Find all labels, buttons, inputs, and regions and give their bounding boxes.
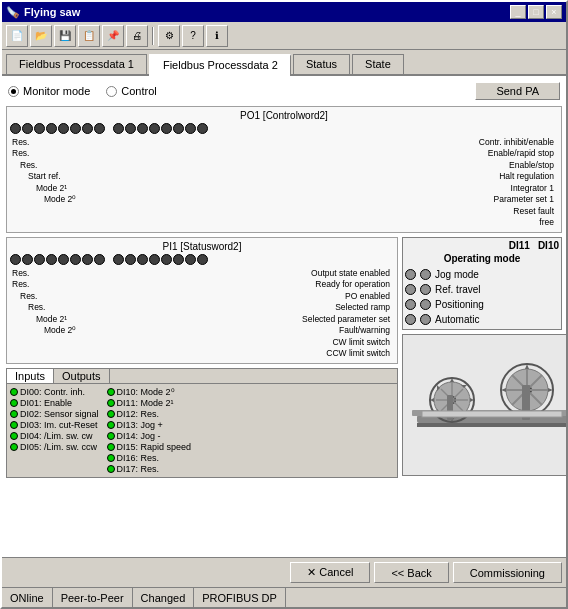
pi1-section: PI1 [Statusword2] [6, 237, 398, 364]
back-button[interactable]: << Back [374, 562, 448, 583]
svg-rect-31 [422, 411, 562, 417]
operating-mode-box: DI11 DI10 Operating mode Jog mode Ref. t… [402, 237, 562, 330]
info-button[interactable]: ℹ [206, 25, 228, 47]
control-mode-label: Control [121, 85, 156, 97]
po1-right-labels: Contr. inhibit/enable Enable/rapid stop … [130, 137, 558, 229]
po1-bit1 [185, 123, 196, 134]
tab-bar: Fieldbus Processdata 1 Fieldbus Processd… [2, 50, 566, 76]
pi1-bit6 [125, 254, 136, 265]
print-button[interactable]: 🖨 [126, 25, 148, 47]
po1-bit0 [197, 123, 208, 134]
po1-bit8 [94, 123, 105, 134]
toolbar: 📄 📂 💾 📋 📌 🖨 ⚙ ? ℹ [2, 22, 566, 50]
pi1-bit11 [58, 254, 69, 265]
machine-image [402, 334, 566, 476]
toolbar-separator [152, 27, 154, 45]
di13-led [107, 421, 115, 429]
di00-led [10, 388, 18, 396]
monitor-mode-radio[interactable]: Monitor mode [8, 85, 90, 97]
operating-mode-title: Operating mode [405, 253, 559, 264]
pos-di11 [405, 299, 416, 310]
io-item-di12: DI12: Res. [107, 409, 192, 419]
maximize-button[interactable]: □ [528, 5, 544, 19]
di11-header: DI11 [509, 240, 530, 251]
mode-row-jog: Jog mode [405, 267, 559, 282]
send-pa-button[interactable]: Send PA [475, 82, 560, 100]
io-item-di02: DI02: Sensor signal [10, 409, 99, 419]
pi1-bit3 [161, 254, 172, 265]
commissioning-button[interactable]: Commissioning [453, 562, 562, 583]
copy-button[interactable]: 📋 [78, 25, 100, 47]
tab-fieldbus1[interactable]: Fieldbus Processdata 1 [6, 54, 147, 74]
di12-led [107, 410, 115, 418]
po1-title: PO1 [Controlword2] [10, 110, 558, 121]
right-panel: DI11 DI10 Operating mode Jog mode Ref. t… [402, 237, 562, 553]
minimize-button[interactable]: _ [510, 5, 526, 19]
mode-row-pos: Positioning [405, 297, 559, 312]
pi1-right-labels: Output state enabled Ready for operation… [130, 268, 394, 360]
status-online: ONline [2, 588, 53, 607]
po1-bit11 [58, 123, 69, 134]
inputs-tab[interactable]: Inputs [7, 369, 54, 383]
save-button[interactable]: 💾 [54, 25, 76, 47]
svg-rect-1 [417, 423, 566, 427]
jog-di11 [405, 269, 416, 280]
pos-di10 [420, 299, 431, 310]
control-mode-radio[interactable]: Control [106, 85, 156, 97]
status-bar: ONline Peer-to-Peer Changed PROFIBUS DP [2, 587, 566, 607]
po1-bit7 [113, 123, 124, 134]
po1-bit3 [161, 123, 172, 134]
pi1-bit5 [137, 254, 148, 265]
io-item-di14: DI14: Jog - [107, 431, 192, 441]
di14-led [107, 432, 115, 440]
io-item-di13: DI13: Jog + [107, 420, 192, 430]
title-bar-buttons: _ □ × [510, 5, 562, 19]
pi1-bit10 [70, 254, 81, 265]
cancel-button[interactable]: ✕ Cancel [290, 562, 370, 583]
io-item-di10: DI10: Mode 2⁰ [107, 387, 192, 397]
paste-button[interactable]: 📌 [102, 25, 124, 47]
io-item-di17: DI17: Res. [107, 464, 192, 474]
po1-section: PO1 [Controlword2] [6, 106, 562, 233]
io-item-di03: DI03: Im. cut-Reset [10, 420, 99, 430]
mode-row-auto: Automatic [405, 312, 559, 327]
outputs-tab[interactable]: Outputs [54, 369, 110, 383]
di04-led [10, 432, 18, 440]
jog-label: Jog mode [435, 269, 479, 280]
di17-led [107, 465, 115, 473]
close-button[interactable]: × [546, 5, 562, 19]
status-profibus: PROFIBUS DP [194, 588, 286, 607]
di11-led [107, 399, 115, 407]
io-panel: Inputs Outputs DI00: Contr. inh. DI01: E… [6, 368, 398, 478]
po1-bit10 [70, 123, 81, 134]
io-item-di15: DI15: Rapid speed [107, 442, 192, 452]
tab-state[interactable]: State [352, 54, 404, 74]
di10-led [107, 388, 115, 396]
open-button[interactable]: 📂 [30, 25, 52, 47]
pi1-bit12 [46, 254, 57, 265]
po1-left-labels: Res. Res. Res. Start ref. Mode 2¹ Mode 2… [10, 137, 130, 229]
di01-led [10, 399, 18, 407]
new-button[interactable]: 📄 [6, 25, 28, 47]
auto-di10 [420, 314, 431, 325]
ref-di10 [420, 284, 431, 295]
mode-row-ref: Ref. travel [405, 282, 559, 297]
auto-di11 [405, 314, 416, 325]
content-area: Monitor mode Control Send PA PO1 [Contro… [2, 76, 566, 557]
tab-fieldbus2[interactable]: Fieldbus Processdata 2 [149, 54, 291, 76]
help-button[interactable]: ? [182, 25, 204, 47]
title-bar: 🪚 Flying saw _ □ × [2, 2, 566, 22]
monitor-radio-indicator [8, 86, 19, 97]
pi1-bit14 [22, 254, 33, 265]
di05-led [10, 443, 18, 451]
pi1-bit0 [197, 254, 208, 265]
po1-bit15 [10, 123, 21, 134]
io-content: DI00: Contr. inh. DI01: Enable DI02: Sen… [7, 384, 397, 477]
settings-button[interactable]: ⚙ [158, 25, 180, 47]
control-radio-indicator [106, 86, 117, 97]
tab-status[interactable]: Status [293, 54, 350, 74]
io-col2: DI10: Mode 2⁰ DI11: Mode 2¹ DI12: Res. D… [107, 387, 192, 474]
po1-bit12 [46, 123, 57, 134]
di10-header: DI10 [538, 240, 559, 251]
window-title: Flying saw [24, 6, 80, 18]
